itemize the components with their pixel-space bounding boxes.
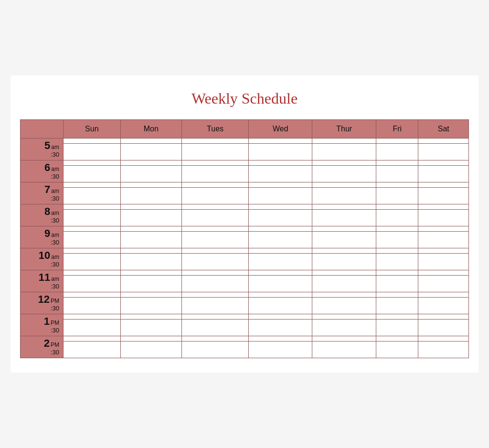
schedule-cell[interactable] [120,336,181,341]
schedule-cell-half[interactable] [249,320,312,336]
schedule-cell[interactable] [120,248,181,254]
schedule-cell[interactable] [120,226,181,232]
schedule-cell-half[interactable] [376,320,418,336]
schedule-cell[interactable] [376,204,418,210]
schedule-cell-half[interactable] [418,320,469,336]
schedule-cell-half[interactable] [312,320,376,336]
schedule-cell-half[interactable] [249,254,312,270]
schedule-cell[interactable] [181,139,249,144]
schedule-cell[interactable] [64,292,121,298]
schedule-cell[interactable] [249,226,312,232]
schedule-cell[interactable] [376,182,418,188]
schedule-cell-half[interactable] [181,166,249,182]
schedule-cell-half[interactable] [249,341,312,358]
schedule-cell[interactable] [249,139,312,144]
schedule-cell[interactable] [120,292,181,298]
schedule-cell[interactable] [64,336,121,341]
schedule-cell[interactable] [64,248,121,254]
schedule-cell[interactable] [312,270,376,276]
schedule-cell-half[interactable] [64,341,121,358]
schedule-cell-half[interactable] [181,276,249,292]
schedule-cell-half[interactable] [120,276,181,292]
schedule-cell-half[interactable] [120,341,181,358]
schedule-cell[interactable] [181,270,249,276]
schedule-cell[interactable] [181,336,249,341]
schedule-cell[interactable] [418,182,469,188]
schedule-cell-half[interactable] [249,232,312,248]
schedule-cell-half[interactable] [376,254,418,270]
schedule-cell[interactable] [418,292,469,298]
schedule-cell-half[interactable] [120,188,181,204]
schedule-cell[interactable] [312,248,376,254]
schedule-cell-half[interactable] [418,254,469,270]
schedule-cell[interactable] [418,336,469,341]
schedule-cell-half[interactable] [418,188,469,204]
schedule-cell[interactable] [120,182,181,188]
schedule-cell-half[interactable] [181,232,249,248]
schedule-cell-half[interactable] [376,166,418,182]
schedule-cell[interactable] [249,160,312,166]
schedule-cell[interactable] [418,314,469,320]
schedule-cell-half[interactable] [120,232,181,248]
schedule-cell-half[interactable] [418,210,469,226]
schedule-cell-half[interactable] [64,210,121,226]
schedule-cell-half[interactable] [120,210,181,226]
schedule-cell-half[interactable] [312,210,376,226]
schedule-cell-half[interactable] [312,276,376,292]
schedule-cell[interactable] [120,139,181,144]
schedule-cell-half[interactable] [312,232,376,248]
schedule-cell-half[interactable] [249,166,312,182]
schedule-cell[interactable] [249,248,312,254]
schedule-cell[interactable] [249,314,312,320]
schedule-cell[interactable] [376,336,418,341]
schedule-cell-half[interactable] [249,210,312,226]
schedule-cell[interactable] [312,226,376,232]
schedule-cell-half[interactable] [181,188,249,204]
schedule-cell[interactable] [181,248,249,254]
schedule-cell[interactable] [181,182,249,188]
schedule-cell[interactable] [376,160,418,166]
schedule-cell-half[interactable] [64,144,121,160]
schedule-cell-half[interactable] [64,254,121,270]
schedule-cell[interactable] [312,314,376,320]
schedule-cell-half[interactable] [181,320,249,336]
schedule-cell-half[interactable] [312,166,376,182]
schedule-cell-half[interactable] [120,144,181,160]
schedule-cell[interactable] [418,160,469,166]
schedule-cell-half[interactable] [181,144,249,160]
schedule-cell[interactable] [376,314,418,320]
schedule-cell-half[interactable] [418,298,469,314]
schedule-cell[interactable] [312,336,376,341]
schedule-cell[interactable] [120,204,181,210]
schedule-cell-half[interactable] [64,276,121,292]
schedule-cell-half[interactable] [120,254,181,270]
schedule-cell-half[interactable] [181,254,249,270]
schedule-cell[interactable] [181,314,249,320]
schedule-cell[interactable] [249,182,312,188]
schedule-cell[interactable] [64,139,121,144]
schedule-cell-half[interactable] [249,144,312,160]
schedule-cell-half[interactable] [418,341,469,358]
schedule-cell[interactable] [376,248,418,254]
schedule-cell-half[interactable] [181,341,249,358]
schedule-cell[interactable] [418,204,469,210]
schedule-cell[interactable] [249,204,312,210]
schedule-cell-half[interactable] [418,166,469,182]
schedule-cell-half[interactable] [64,166,121,182]
schedule-cell-half[interactable] [64,320,121,336]
schedule-cell[interactable] [120,160,181,166]
schedule-cell[interactable] [64,182,121,188]
schedule-cell[interactable] [418,139,469,144]
schedule-cell[interactable] [64,226,121,232]
schedule-cell-half[interactable] [418,276,469,292]
schedule-cell[interactable] [312,204,376,210]
schedule-cell[interactable] [312,160,376,166]
schedule-cell[interactable] [181,292,249,298]
schedule-cell-half[interactable] [376,210,418,226]
schedule-cell-half[interactable] [64,188,121,204]
schedule-cell[interactable] [64,160,121,166]
schedule-cell-half[interactable] [249,298,312,314]
schedule-cell-half[interactable] [181,298,249,314]
schedule-cell[interactable] [64,270,121,276]
schedule-cell[interactable] [376,292,418,298]
